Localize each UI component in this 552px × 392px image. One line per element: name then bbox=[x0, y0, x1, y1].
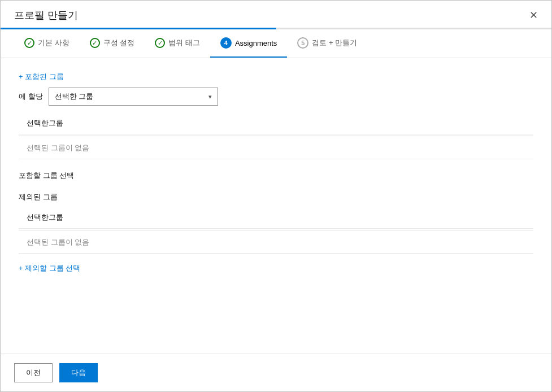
excluded-group-selected: 선택한그룹 bbox=[19, 207, 533, 229]
tab-check-basic: ✓ bbox=[24, 38, 34, 48]
checkmark-icon-2: ✓ bbox=[92, 40, 97, 47]
tab-basic[interactable]: ✓ 기본 사항 bbox=[14, 30, 80, 57]
tab-review-label: 검토 + 만들기 bbox=[312, 38, 357, 48]
excluded-groups-box: 선택한그룹 선택된 그룹이 없음 bbox=[19, 207, 533, 254]
tab-review[interactable]: 5 검토 + 만들기 bbox=[287, 29, 367, 58]
assign-dropdown[interactable]: 선택한 그룹 ▾ bbox=[49, 88, 218, 106]
included-group-empty: 선택된 그룹이 없음 bbox=[19, 137, 533, 159]
add-exclude-section: + 제외할 그룹 선택 bbox=[19, 263, 533, 273]
excluded-groups-section: 제외된 그룹 선택한그룹 선택된 그룹이 없음 bbox=[19, 192, 533, 254]
tab-config[interactable]: ✓ 구성 설정 bbox=[80, 30, 145, 57]
main-content: + 포함된 그룹 에 할당 선택한 그룹 ▾ 선택한그룹 선택된 그룹이 없음 … bbox=[1, 58, 551, 354]
tab-assignments[interactable]: 4 Assignments bbox=[210, 29, 287, 58]
prev-button[interactable]: 이전 bbox=[14, 363, 53, 382]
assign-to-row: 에 할당 선택한 그룹 ▾ bbox=[19, 88, 533, 106]
add-included-groups-link[interactable]: + 포함된 그룹 bbox=[19, 72, 64, 82]
excluded-groups-title: 제외된 그룹 bbox=[19, 192, 533, 202]
divider-1 bbox=[19, 136, 533, 136]
close-button[interactable]: ✕ bbox=[527, 8, 540, 22]
tab-basic-label: 기본 사항 bbox=[38, 38, 69, 48]
tab-scope[interactable]: ✓ 범위 태그 bbox=[145, 30, 210, 57]
checkmark-icon-3: ✓ bbox=[158, 40, 163, 47]
tab-num-review: 5 bbox=[297, 37, 308, 49]
close-icon: ✕ bbox=[529, 9, 538, 21]
tab-num-assignments: 4 bbox=[220, 37, 232, 49]
tabs-row: ✓ 기본 사항 ✓ 구성 설정 ✓ 범위 태그 4 Assignments bbox=[1, 29, 551, 58]
footer: 이전 다음 bbox=[1, 354, 551, 391]
tab-config-label: 구성 설정 bbox=[103, 38, 135, 48]
next-button[interactable]: 다음 bbox=[59, 363, 98, 382]
tab-check-config: ✓ bbox=[90, 38, 100, 48]
divider-2 bbox=[19, 230, 533, 230]
select-included-label: 포함할 그룹 선택 bbox=[19, 171, 533, 181]
title-bar: 프로필 만들기 ✕ bbox=[1, 1, 551, 28]
dialog-title: 프로필 만들기 bbox=[14, 8, 78, 22]
dropdown-value: 선택한 그룹 bbox=[55, 92, 94, 102]
included-groups-header: + 포함된 그룹 bbox=[19, 72, 533, 82]
included-group-selected: 선택한그룹 bbox=[19, 112, 533, 134]
chevron-down-icon: ▾ bbox=[208, 93, 212, 101]
tab-scope-label: 범위 태그 bbox=[168, 38, 200, 48]
excluded-group-empty: 선택된 그룹이 없음 bbox=[19, 232, 533, 254]
tab-check-scope: ✓ bbox=[155, 38, 165, 48]
tab-assignments-label: Assignments bbox=[235, 39, 277, 47]
checkmark-icon: ✓ bbox=[27, 40, 32, 47]
create-profile-dialog: 프로필 만들기 ✕ ✓ 기본 사항 ✓ 구성 설정 ✓ 범위 태그 bbox=[0, 0, 552, 392]
included-groups-box: 선택한그룹 선택된 그룹이 없음 bbox=[19, 112, 533, 159]
assign-to-label: 에 할당 bbox=[19, 92, 43, 102]
add-exclude-link[interactable]: + 제외할 그룹 선택 bbox=[19, 264, 80, 272]
